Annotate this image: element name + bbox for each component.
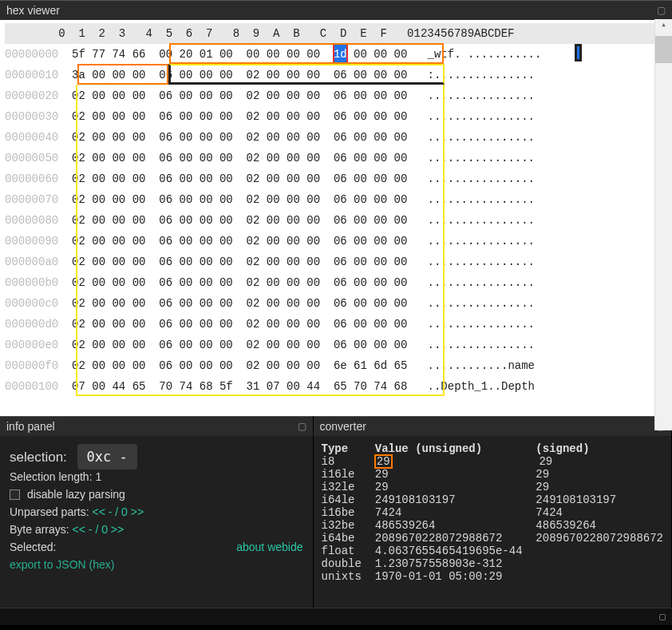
hex-byte[interactable]: 00 [394,231,408,252]
hex-byte[interactable]: 00 [132,355,146,376]
hex-byte[interactable]: 00 [354,65,367,85]
hex-byte[interactable]: 00 [92,85,105,106]
hex-byte[interactable]: 00 [180,65,193,85]
hex-byte[interactable]: 00 [112,168,125,189]
hex-row[interactable]: 000000a0 02 00 00 00 06 00 00 00 02 00 0… [5,252,672,272]
hex-byte[interactable]: 00 [92,314,105,335]
hex-byte[interactable]: 00 [132,210,146,231]
hex-byte[interactable]: 00 [306,272,320,293]
hex-byte[interactable]: 00 [180,210,193,231]
hex-byte[interactable]: 00 [287,85,300,106]
hex-byte[interactable]: 00 [374,44,387,65]
hex-byte[interactable]: 00 [92,293,105,314]
hex-row[interactable]: 000000f0 02 00 00 00 06 00 00 00 02 00 0… [5,355,672,376]
hex-byte[interactable]: 00 [180,252,193,272]
hex-byte[interactable]: 00 [180,106,193,127]
hex-byte[interactable]: 00 [200,127,213,148]
hex-byte[interactable]: 00 [287,106,300,127]
hex-byte[interactable]: 00 [287,168,300,189]
hex-byte[interactable]: 00 [200,65,213,85]
hex-byte[interactable]: 02 [247,355,260,376]
hex-byte[interactable]: 00 [374,85,387,106]
hex-byte[interactable]: 00 [180,231,193,252]
hex-byte[interactable]: 00 [287,127,300,148]
scroll-thumb[interactable] [655,36,672,63]
hex-row[interactable]: 000000d0 02 00 00 00 06 00 00 00 02 00 0… [5,314,672,335]
hex-byte[interactable]: 02 [247,148,260,168]
hex-byte[interactable]: 00 [267,272,280,293]
hex-byte[interactable]: 00 [394,106,408,127]
hex-byte[interactable]: 00 [200,210,213,231]
hex-byte[interactable]: 06 [334,127,347,148]
hex-byte[interactable]: 5f [219,376,233,397]
hex-byte[interactable]: 00 [287,189,300,210]
hex-byte[interactable]: 06 [334,314,347,335]
hex-byte[interactable]: 00 [92,355,105,376]
hex-byte[interactable]: 07 [72,376,85,397]
hex-byte[interactable]: 02 [247,335,260,355]
hex-byte[interactable]: 5f [72,44,85,65]
hex-byte[interactable]: 00 [132,231,146,252]
hex-byte[interactable]: 00 [374,231,387,252]
hex-byte[interactable]: 00 [132,65,146,85]
hex-byte[interactable]: 00 [219,148,233,168]
hex-byte[interactable]: 00 [374,127,387,148]
hex-byte[interactable]: 00 [354,168,367,189]
hex-byte[interactable]: 00 [112,272,125,293]
hex-row[interactable]: 00000060 02 00 00 00 06 00 00 00 02 00 0… [5,168,672,189]
hex-byte[interactable]: 00 [92,148,105,168]
hex-byte[interactable]: 06 [159,335,172,355]
hex-byte[interactable]: 68 [394,376,408,397]
hex-byte[interactable]: 06 [159,189,172,210]
hex-byte[interactable]: 00 [200,231,213,252]
hex-byte[interactable]: 00 [267,106,280,127]
hex-byte[interactable]: 02 [247,293,260,314]
hex-byte[interactable]: 06 [159,272,172,293]
hex-byte[interactable]: 00 [267,85,280,106]
hex-byte[interactable]: 00 [267,293,280,314]
hex-row[interactable]: 00000080 02 00 00 00 06 00 00 00 02 00 0… [5,210,672,231]
hex-byte[interactable]: 70 [159,376,172,397]
hex-byte[interactable]: 00 [267,44,280,65]
hex-byte[interactable]: 00 [354,189,367,210]
hex-byte[interactable]: 00 [306,189,320,210]
hex-byte[interactable]: 00 [92,335,105,355]
hex-byte[interactable]: 02 [72,272,85,293]
hex-byte[interactable]: 06 [334,252,347,272]
hex-byte[interactable]: 00 [287,148,300,168]
hex-byte[interactable]: 00 [200,293,213,314]
hex-byte[interactable]: 07 [267,376,280,397]
hex-byte[interactable]: 06 [334,168,347,189]
hex-byte[interactable]: 06 [334,189,347,210]
hex-byte[interactable]: 00 [200,85,213,106]
hex-byte[interactable]: 00 [132,314,146,335]
hex-byte[interactable]: 20 [180,44,193,65]
hex-byte[interactable]: 00 [132,85,146,106]
hex-byte[interactable]: 06 [334,272,347,293]
hex-byte[interactable]: 00 [354,272,367,293]
hex-byte[interactable]: 00 [112,231,125,252]
hex-byte[interactable]: 00 [374,148,387,168]
hex-byte[interactable]: 00 [394,252,408,272]
hex-byte[interactable]: 02 [247,314,260,335]
hex-byte[interactable]: 00 [247,44,260,65]
export-json-link[interactable]: export to JSON (hex) [10,558,303,571]
hex-byte[interactable]: 06 [159,252,172,272]
hex-byte[interactable]: 00 [92,127,105,148]
hex-byte[interactable]: 00 [132,106,146,127]
hex-byte[interactable]: 00 [132,272,146,293]
hex-row[interactable]: 00000010 3a 00 00 00 06 00 00 00 02 00 0… [5,65,672,85]
hex-byte[interactable]: 00 [306,355,320,376]
hex-byte[interactable]: 00 [219,210,233,231]
hex-byte[interactable]: 00 [267,231,280,252]
hex-byte[interactable]: 00 [132,252,146,272]
hex-byte[interactable]: 00 [394,272,408,293]
hex-byte[interactable]: 00 [306,85,320,106]
hex-row[interactable]: 000000e0 02 00 00 00 06 00 00 00 02 00 0… [5,335,672,355]
hex-byte[interactable]: 00 [219,65,233,85]
hex-byte[interactable]: 00 [219,272,233,293]
hex-byte[interactable]: 02 [72,293,85,314]
hex-byte[interactable]: 00 [287,376,300,397]
hex-byte[interactable]: 02 [247,85,260,106]
hex-byte[interactable]: 65 [334,376,347,397]
